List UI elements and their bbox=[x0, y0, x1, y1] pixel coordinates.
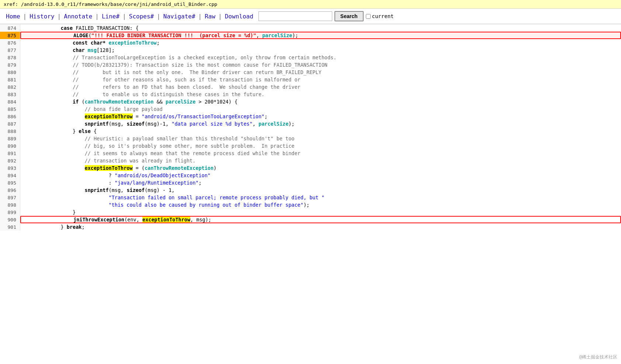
search-input[interactable] bbox=[259, 11, 332, 21]
code-line: } else { bbox=[20, 127, 621, 135]
nav-sep-3: | bbox=[94, 13, 100, 20]
line-number: 890 bbox=[0, 142, 20, 150]
table-row: 887 snprintf(msg, sizeof(msg)-1, "data p… bbox=[0, 120, 621, 127]
code-line: } bbox=[20, 209, 621, 216]
banner-text: xref: /android-13.0.0_r11/frameworks/bas… bbox=[4, 1, 217, 7]
table-row: 889 // Heuristic: a payload smaller than… bbox=[0, 135, 621, 142]
code-line: snprintf(msg, sizeof(msg)-1, "data parce… bbox=[20, 120, 621, 127]
table-row: 898 "this could also be caused by runnin… bbox=[0, 201, 621, 209]
table-row: 881 // for other reasons also, such as i… bbox=[0, 76, 621, 83]
line-number: 894 bbox=[0, 172, 20, 179]
code-line: // to enable us to distinguish these cas… bbox=[20, 91, 621, 98]
line-number: 881 bbox=[0, 76, 20, 83]
table-row: 879 // TODO(b/28321379): Transaction siz… bbox=[0, 61, 621, 69]
code-line: "this could also be caused by running ou… bbox=[20, 201, 621, 209]
code-line: // it seems to always mean that the remo… bbox=[20, 150, 621, 157]
code-line: char msg[128]; bbox=[20, 46, 621, 54]
table-row: 886 exceptionToThrow = "android/os/Trans… bbox=[0, 113, 621, 120]
line-number: 888 bbox=[0, 127, 20, 135]
table-row: 883 // to enable us to distinguish these… bbox=[0, 91, 621, 98]
code-line: // but it is not the only one. The Binde… bbox=[20, 69, 621, 76]
line-number: 882 bbox=[0, 83, 20, 91]
line-number: 880 bbox=[0, 69, 20, 76]
line-number: 893 bbox=[0, 164, 20, 172]
table-row: 882 // refers to an FD that has been clo… bbox=[0, 83, 621, 91]
nav-sep-6: | bbox=[198, 13, 203, 20]
current-checkbox-label: current bbox=[366, 13, 394, 19]
table-row: 888 } else { bbox=[0, 127, 621, 135]
table-row: 900 jniThrowException(env, exceptionToTh… bbox=[0, 216, 621, 223]
line-number: 898 bbox=[0, 201, 20, 209]
code-line: // Heuristic: a payload smaller than thi… bbox=[20, 135, 621, 142]
code-line: ? "android/os/DeadObjectException" bbox=[20, 172, 621, 179]
line-number: 879 bbox=[0, 61, 20, 69]
nav-sep-7: | bbox=[218, 13, 223, 20]
line-number: 878 bbox=[0, 54, 20, 61]
code-line: // for other reasons also, such as if th… bbox=[20, 76, 621, 83]
code-line: } break; bbox=[20, 223, 621, 231]
nav-sep-5: | bbox=[156, 13, 161, 20]
line-number: 900 bbox=[0, 216, 20, 223]
line-number: 897 bbox=[0, 194, 20, 201]
line-number: 876 bbox=[0, 39, 20, 46]
line-number: 885 bbox=[0, 105, 20, 113]
table-row: 875 ALOGE("!!! FAILED BINDER TRANSACTION… bbox=[0, 32, 621, 39]
table-row: 897 "Transaction failed on small parcel;… bbox=[0, 194, 621, 201]
table-row: 878 // TransactionTooLargeException is a… bbox=[0, 54, 621, 61]
line-number: 891 bbox=[0, 150, 20, 157]
search-area: Search current bbox=[259, 11, 394, 21]
nav-sep-1: | bbox=[22, 13, 28, 20]
nav-line[interactable]: Line# bbox=[100, 11, 122, 21]
table-row: 894 ? "android/os/DeadObjectException" bbox=[0, 172, 621, 179]
table-row: 896 snprintf(msg, sizeof(msg) - 1, bbox=[0, 186, 621, 194]
navigation-bar: Home | History | Annotate | Line# | Scop… bbox=[0, 9, 621, 24]
code-line: const char* exceptionToThrow; bbox=[20, 39, 621, 46]
code-line: exceptionToThrow = "android/os/Transacti… bbox=[20, 113, 621, 120]
code-line: // TODO(b/28321379): Transaction size is… bbox=[20, 61, 621, 69]
table-row: 876 const char* exceptionToThrow; bbox=[0, 39, 621, 46]
search-button[interactable]: Search bbox=[334, 11, 364, 21]
table-row: 891 // it seems to always mean that the … bbox=[0, 150, 621, 157]
code-line: if (canThrowRemoteException && parcelSiz… bbox=[20, 98, 621, 105]
file-path-banner: xref: /android-13.0.0_r11/frameworks/bas… bbox=[0, 0, 621, 9]
nav-sep-2: | bbox=[57, 13, 62, 20]
current-label-text: current bbox=[372, 13, 394, 19]
code-line: exceptionToThrow = (canThrowRemoteExcept… bbox=[20, 164, 621, 172]
line-number: 892 bbox=[0, 157, 20, 164]
line-number: 883 bbox=[0, 91, 20, 98]
line-number: 901 bbox=[0, 223, 20, 231]
code-line: // TransactionTooLargeException is a che… bbox=[20, 54, 621, 61]
line-number: 887 bbox=[0, 120, 20, 127]
table-row: 901 } break; bbox=[0, 223, 621, 231]
table-row: 880 // but it is not the only one. The B… bbox=[0, 69, 621, 76]
nav-navigate[interactable]: Navigate# bbox=[161, 11, 198, 21]
code-line: // bona fide large payload bbox=[20, 105, 621, 113]
line-number: 899 bbox=[0, 209, 20, 216]
table-row: 892 // transaction was already in flight… bbox=[0, 157, 621, 164]
nav-download[interactable]: Download bbox=[223, 11, 256, 21]
nav-sep-4: | bbox=[122, 13, 127, 20]
table-row: 899 } bbox=[0, 209, 621, 216]
table-row: 885 // bona fide large payload bbox=[0, 105, 621, 113]
nav-scopes[interactable]: Scopes# bbox=[127, 11, 156, 21]
code-line: ALOGE("!!! FAILED BINDER TRANSACTION !!!… bbox=[20, 32, 621, 39]
table-row: 893 exceptionToThrow = (canThrowRemoteEx… bbox=[0, 164, 621, 172]
nav-home[interactable]: Home bbox=[4, 11, 22, 21]
current-checkbox[interactable] bbox=[366, 14, 371, 19]
code-line: // transaction was already in flight. bbox=[20, 157, 621, 164]
line-number: 886 bbox=[0, 113, 20, 120]
code-line: "Transaction failed on small parcel; rem… bbox=[20, 194, 621, 201]
nav-history[interactable]: History bbox=[27, 11, 56, 21]
code-line: // big, so it's probably some other, mor… bbox=[20, 142, 621, 150]
nav-raw[interactable]: Raw bbox=[202, 11, 218, 21]
table-row: 884 if (canThrowRemoteException && parce… bbox=[0, 98, 621, 105]
line-number: 889 bbox=[0, 135, 20, 142]
code-line: case FAILED_TRANSACTION: { bbox=[20, 24, 621, 32]
line-number: 877 bbox=[0, 46, 20, 54]
table-row: 874 case FAILED_TRANSACTION: { bbox=[0, 24, 621, 32]
nav-annotate[interactable]: Annotate bbox=[62, 11, 94, 21]
code-line: // refers to an FD that has been closed.… bbox=[20, 83, 621, 91]
table-row: 895 : "java/lang/RuntimeException"; bbox=[0, 179, 621, 186]
line-number: 884 bbox=[0, 98, 20, 105]
code-line: jniThrowException(env, exceptionToThrow,… bbox=[20, 216, 621, 223]
